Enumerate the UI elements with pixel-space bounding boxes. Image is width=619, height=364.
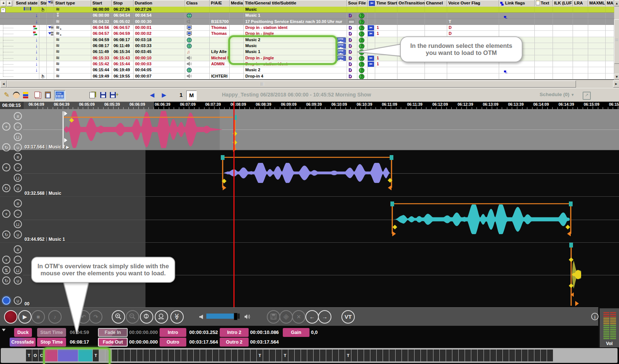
fade-in-button[interactable]: Fade In (98, 328, 128, 337)
timeline-ruler[interactable]: 06:08:15 06:04:0906:04:3906:05:0906:05:3… (0, 102, 619, 109)
zoom-out-button[interactable]: − (14, 210, 22, 218)
overview-cell[interactable] (320, 350, 326, 361)
overview-cell[interactable] (333, 350, 338, 361)
overview-cell[interactable] (433, 350, 439, 361)
duck-button[interactable]: Duck (14, 328, 32, 337)
column-header-stype[interactable]: Start type (54, 0, 91, 6)
scroll-right-icon[interactable]: ► (613, 81, 619, 88)
column-header-link[interactable]: Link flags (499, 0, 535, 6)
overview-cell[interactable] (244, 350, 250, 361)
column-header-sta[interactable]: Sta (39, 0, 47, 6)
overview-cell[interactable] (471, 350, 477, 361)
collapse-down-button[interactable]: ≫ (170, 310, 184, 324)
crossfade-button[interactable]: Crossfade (10, 338, 36, 347)
overview-cell[interactable] (238, 350, 244, 361)
overview-cell[interactable] (156, 350, 162, 361)
overview-cell[interactable] (440, 350, 446, 361)
operator-face-icon[interactable] (12, 91, 21, 99)
outro-2-button[interactable]: Outro 2 (220, 338, 249, 347)
overview-cell[interactable] (522, 350, 528, 361)
overview-cell[interactable] (219, 350, 225, 361)
overview-cell[interactable] (358, 350, 364, 361)
mute-icon[interactable] (199, 314, 203, 319)
overview-cell[interactable] (509, 350, 515, 361)
overview-cell[interactable] (326, 350, 332, 361)
zoom-in-button[interactable]: + (2, 210, 10, 218)
schedule-dropdown[interactable]: Schedule (0) ▼ (540, 92, 574, 97)
column-header-cut[interactable]: ✂ (368, 0, 375, 6)
overview-cell[interactable] (402, 350, 408, 361)
zoom-out-button[interactable]: − (14, 163, 22, 171)
loop-button[interactable]: ↻ (2, 184, 10, 192)
record-button[interactable] (4, 310, 17, 324)
rundown-row[interactable]: ≋+06:04:5606:04:5700:00:01ThomasDrop in … (0, 25, 614, 31)
overview-cell[interactable] (534, 350, 540, 361)
overview-cell[interactable] (162, 350, 168, 361)
overview-cell[interactable] (112, 350, 118, 361)
overview-cell[interactable] (307, 350, 313, 361)
mix-icon[interactable]: ≡ (14, 153, 22, 161)
overview-cell[interactable] (490, 350, 496, 361)
column-header-text[interactable]: Text (535, 0, 553, 6)
voice-track-button[interactable]: VT (341, 310, 355, 324)
column-header-cls[interactable]: Class (185, 0, 210, 6)
rundown-vertical-scrollbar[interactable]: ▲ ▼ (614, 0, 619, 80)
stop-time-button[interactable]: Stop Time (37, 338, 66, 347)
overview-cell[interactable] (427, 350, 433, 361)
overview-cell[interactable] (459, 350, 465, 361)
paste-icon[interactable] (44, 91, 53, 99)
delete-clip-button[interactable]: ⊔ (14, 174, 22, 182)
rundown-horizontal-scrollbar[interactable]: ◄ ► (0, 80, 619, 88)
overview-cell[interactable] (206, 350, 212, 361)
scroll-left-icon[interactable]: ◄ (0, 81, 7, 88)
column-header-ma[interactable]: MA (606, 0, 614, 6)
column-header-ts[interactable]: Time Start (375, 0, 397, 6)
loop-button[interactable]: ↻ (2, 143, 10, 151)
overview-cell[interactable] (452, 350, 458, 361)
play-handle-icon[interactable]: ▶ (66, 145, 69, 149)
overview-cell[interactable] (150, 350, 155, 361)
overview-cell[interactable] (503, 350, 509, 361)
overview-cell[interactable] (484, 350, 490, 361)
rundown-row[interactable]: ↓≋06:15:4406:19:4900:04:05Music 2D? (0, 67, 614, 73)
track-1[interactable] (0, 109, 619, 150)
zoom-out-button[interactable]: − (14, 256, 22, 264)
volume-slider[interactable] (206, 314, 240, 319)
next-hour-icon[interactable]: ► (160, 91, 168, 99)
delete-clip-button[interactable]: ⊔ (14, 266, 22, 274)
previous-hour-icon[interactable]: ◄ (148, 91, 157, 99)
overview-cell[interactable] (288, 350, 294, 361)
overview-cell[interactable] (232, 350, 238, 361)
loop-button[interactable]: ↻ (2, 230, 10, 239)
overview-cell-T[interactable]: T (345, 350, 351, 361)
track-2[interactable] (0, 150, 619, 197)
overview-cell[interactable] (200, 350, 206, 361)
column-header-dur[interactable]: Duration (134, 0, 185, 6)
mix-icon[interactable]: ≡ (14, 245, 22, 253)
overview-cell[interactable] (370, 350, 376, 361)
column-header-lra[interactable]: LRA (573, 0, 588, 6)
delete-clip-button[interactable]: ⊔ (14, 220, 22, 228)
overview-cell[interactable] (446, 350, 452, 361)
edit-pencil-icon[interactable]: ✎ (2, 91, 11, 99)
zoom-out-button[interactable]: − (14, 122, 22, 131)
overview-cell[interactable] (137, 350, 143, 361)
overview-cell[interactable] (351, 350, 357, 361)
loop-button[interactable]: ↻ (2, 276, 10, 285)
zoom-in-button[interactable]: + (2, 256, 10, 264)
overview-cell[interactable] (515, 350, 521, 361)
hook-button[interactable]: ∪ (14, 184, 22, 192)
rundown-row[interactable]: ☞≋06:00:0006:27:2600:27:26Music (0, 7, 614, 13)
overview-cell[interactable] (181, 350, 187, 361)
save-icon[interactable] (99, 91, 108, 99)
track-3[interactable] (0, 196, 619, 243)
column-header-sort[interactable] (47, 0, 54, 6)
overview-cell[interactable] (175, 350, 181, 361)
overview-cell[interactable] (364, 350, 370, 361)
overview-cell[interactable] (225, 350, 231, 361)
collapse-group-icon[interactable]: − (1, 8, 6, 13)
overview-cell-T[interactable]: T (26, 350, 32, 361)
load-icon[interactable] (88, 91, 97, 99)
column-header-title[interactable]: Title/General title/Subtitle (244, 0, 347, 6)
delete-clip-button[interactable]: ⊔ (14, 133, 22, 141)
